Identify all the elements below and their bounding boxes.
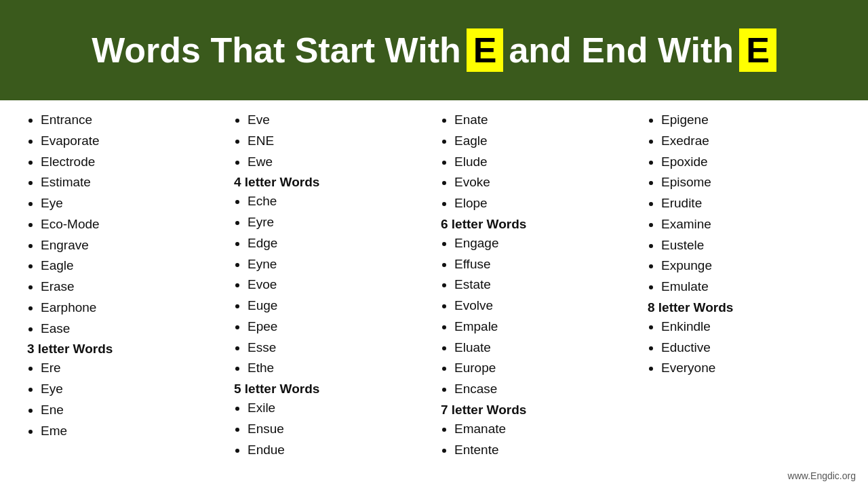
list-item: Endue <box>248 440 427 461</box>
list-item: Erase <box>41 277 220 298</box>
list-item: Eche <box>248 191 427 212</box>
content-area: EntranceEvaporateElectrodeEstimateEyeEco… <box>0 100 868 488</box>
page-header: Words That Start With E and End With E <box>0 0 868 100</box>
word-list: EnkindleEductiveEveryone <box>648 317 841 379</box>
list-item: Edge <box>248 233 427 254</box>
header-letter-end: E <box>739 28 776 72</box>
list-item: Ethe <box>248 358 427 379</box>
list-item: Elude <box>454 152 634 173</box>
section-heading: 5 letter Words <box>234 382 427 396</box>
column-1: EntranceEvaporateElectrodeEstimateEyeEco… <box>20 110 227 481</box>
header-middle: and End With <box>509 30 734 70</box>
word-list: EngageEffuseEstateEvolveEmpaleEluateEuro… <box>441 233 634 400</box>
list-item: Eve <box>248 110 427 131</box>
word-list: EnateEagleEludeEvokeElope <box>441 110 634 214</box>
column-4: EpigeneExedraeEpoxideEpisomeEruditeExami… <box>641 110 848 481</box>
list-item: Eye <box>41 193 220 214</box>
list-item: ENE <box>248 131 427 152</box>
list-item: Epoxide <box>661 152 841 173</box>
list-item: Eye <box>41 379 220 400</box>
list-item: Elope <box>454 193 634 214</box>
word-list: EcheEyreEdgeEyneEvoeEugeEpeeEsseEthe <box>234 191 427 379</box>
word-list: EmanateEntente <box>441 419 634 461</box>
list-item: Exedrae <box>661 131 841 152</box>
list-item: Estate <box>454 274 634 296</box>
list-item: Eyne <box>248 254 427 275</box>
list-item: Engage <box>454 233 634 254</box>
list-item: Evoke <box>454 172 634 193</box>
list-item: Epigene <box>661 110 841 131</box>
list-item: Engrave <box>41 235 220 256</box>
list-item: Eagle <box>454 131 634 152</box>
list-item: Eagle <box>41 256 220 277</box>
list-item: Electrode <box>41 152 220 173</box>
list-item: Entrance <box>41 110 220 131</box>
header-title: Words That Start With E and End With E <box>92 28 776 72</box>
list-item: Everyone <box>661 358 841 379</box>
footer-credit: www.Engdic.org <box>788 470 856 481</box>
header-letter-start: E <box>467 28 504 72</box>
list-item: Euge <box>248 296 427 317</box>
column-3: EnateEagleEludeEvokeElope6 letter WordsE… <box>434 110 641 481</box>
list-item: Enate <box>454 110 634 131</box>
list-item: Evolve <box>454 296 634 317</box>
header-prefix: Words That Start With <box>92 30 461 70</box>
list-item: Eluate <box>454 338 634 359</box>
word-list: EpigeneExedraeEpoxideEpisomeEruditeExami… <box>648 110 841 298</box>
list-item: Emulate <box>661 277 841 298</box>
word-list: EntranceEvaporateElectrodeEstimateEyeEco… <box>27 110 220 339</box>
list-item: Europe <box>454 358 634 379</box>
list-item: Esse <box>248 338 427 359</box>
list-item: Eyre <box>248 212 427 233</box>
word-list: EreEyeEneEme <box>27 358 220 441</box>
list-item: Encase <box>454 379 634 400</box>
list-item: Ene <box>41 400 220 421</box>
list-item: Ere <box>41 358 220 379</box>
list-item: Emanate <box>454 419 634 440</box>
list-item: Enkindle <box>661 317 841 338</box>
list-item: Ensue <box>248 419 427 440</box>
section-heading: 7 letter Words <box>441 403 634 418</box>
word-list: ExileEnsueEndue <box>234 398 427 460</box>
column-2: EveENEEwe4 letter WordsEcheEyreEdgeEyneE… <box>227 110 434 481</box>
list-item: Entente <box>454 440 634 461</box>
list-item: Evoe <box>248 274 427 296</box>
list-item: Expunge <box>661 256 841 277</box>
list-item: Episome <box>661 172 841 193</box>
list-item: Eductive <box>661 338 841 359</box>
list-item: Effuse <box>454 254 634 275</box>
list-item: Eme <box>41 421 220 442</box>
list-item: Epee <box>248 317 427 338</box>
list-item: Estimate <box>41 172 220 193</box>
list-item: Erudite <box>661 193 841 214</box>
list-item: Evaporate <box>41 131 220 152</box>
list-item: Ease <box>41 319 220 340</box>
list-item: Exile <box>248 398 427 419</box>
section-heading: 4 letter Words <box>234 175 427 190</box>
list-item: Ewe <box>248 152 427 173</box>
word-list: EveENEEwe <box>234 110 427 172</box>
list-item: Eco-Mode <box>41 214 220 235</box>
list-item: Empale <box>454 317 634 338</box>
section-heading: 6 letter Words <box>441 217 634 232</box>
list-item: Examine <box>661 214 841 235</box>
section-heading: 8 letter Words <box>648 300 841 315</box>
section-heading: 3 letter Words <box>27 342 220 357</box>
list-item: Earphone <box>41 298 220 319</box>
list-item: Eustele <box>661 235 841 256</box>
